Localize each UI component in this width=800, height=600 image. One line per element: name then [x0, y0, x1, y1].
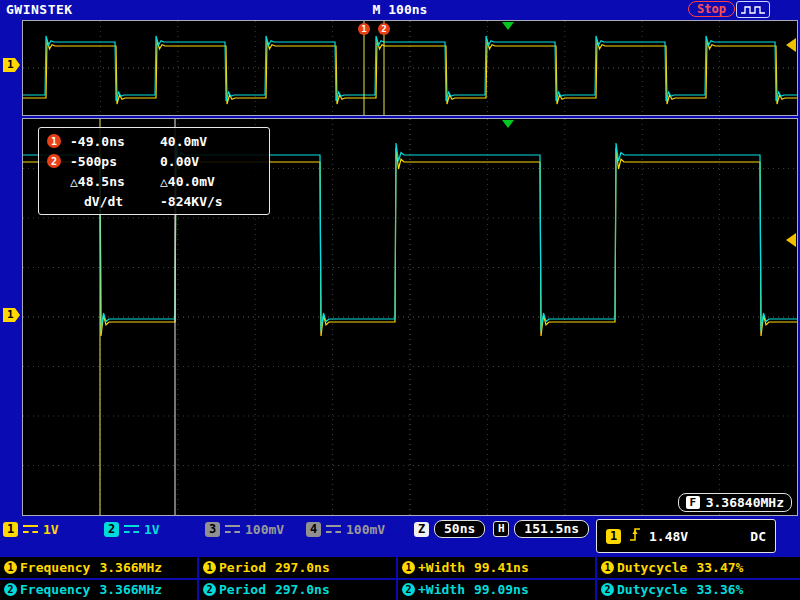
- measurement-value: 3.366MHz: [99, 582, 162, 597]
- ch3-badge: 3: [205, 522, 220, 537]
- cursor1-time: -49.0ns: [70, 134, 160, 149]
- measurement-label: Period: [219, 560, 266, 575]
- ch1-status[interactable]: 1 1V: [0, 522, 101, 537]
- dc-coupling-icon: [23, 524, 38, 534]
- measurement-ch2-pwidth[interactable]: 2 +Width 99.09ns: [398, 580, 595, 600]
- ch3-scale: 100mV: [245, 522, 284, 537]
- cursor2-volt: 0.00V: [160, 154, 199, 169]
- main-timebase-readout: M 100ns: [0, 2, 800, 17]
- cursor1-marker[interactable]: 1: [358, 23, 370, 35]
- trigger-source-badge: 1: [606, 529, 621, 544]
- rising-edge-icon: [629, 526, 641, 546]
- status-bar: 1 1V 2 1V 3 100mV 4 100mV Z 50ns H 151.5…: [0, 519, 596, 539]
- ch2-status[interactable]: 2 1V: [101, 522, 202, 537]
- cursor2-badge: 2: [47, 154, 61, 168]
- acquisition-status-badge: Stop: [688, 1, 735, 17]
- ch1-meas-badge: 1: [4, 561, 17, 574]
- zoom-window-plot: [23, 21, 797, 115]
- measurement-value: 33.47%: [696, 560, 743, 575]
- measurement-ch2-period[interactable]: 2 Period 297.0ns: [199, 580, 396, 600]
- ch1-scale: 1V: [43, 522, 59, 537]
- cursor1-readout: 1 -49.0ns 40.0mV: [39, 131, 269, 151]
- zoom-badge: Z: [414, 522, 429, 537]
- square-wave-icon: [739, 4, 767, 16]
- cursor1-volt: 40.0mV: [160, 134, 207, 149]
- measurement-label: Dutycycle: [617, 582, 687, 597]
- delta-time: △48.5ns: [70, 174, 160, 189]
- dc-coupling-icon: [124, 524, 139, 534]
- measurement-value: 99.09ns: [474, 582, 529, 597]
- cursor1-badge: 1: [47, 134, 61, 148]
- measurement-value: 99.41ns: [474, 560, 529, 575]
- horizontal-value: 151.5ns: [514, 520, 589, 538]
- ch1-meas-badge: 1: [601, 561, 614, 574]
- measurement-label: Period: [219, 582, 266, 597]
- cursor2-time: -500ps: [70, 154, 160, 169]
- trigger-status-box[interactable]: 1 1.48V DC: [596, 519, 776, 553]
- dvdt-label: dV/dt: [70, 194, 160, 209]
- measurement-ch2-dutycycle[interactable]: 2 Dutycycle 33.36%: [597, 580, 800, 600]
- measurement-value: 297.0ns: [275, 560, 330, 575]
- measurement-label: Frequency: [20, 582, 90, 597]
- ch2-meas-badge: 2: [203, 583, 216, 596]
- measurement-label: +Width: [418, 560, 465, 575]
- dvdt-value: -824KV/s: [160, 194, 223, 209]
- run-mode-icon: [736, 1, 770, 18]
- measurements-panel: 1 Frequency 3.366MHz 1 Period 297.0ns 1 …: [0, 557, 800, 600]
- ch2-meas-badge: 2: [4, 583, 17, 596]
- ch2-meas-badge: 2: [601, 583, 614, 596]
- ch2-scale: 1V: [144, 522, 160, 537]
- ch1-ground-marker-main[interactable]: 1: [3, 308, 20, 322]
- horizontal-position[interactable]: H 151.5ns: [493, 520, 589, 538]
- ch2-badge: 2: [104, 522, 119, 537]
- measurement-ch1-period[interactable]: 1 Period 297.0ns: [199, 557, 396, 578]
- top-bar: GWINSTEK M 100ns Stop: [0, 0, 800, 19]
- dc-coupling-icon: [326, 524, 341, 534]
- zoom-overview-window: 1 2: [22, 20, 798, 116]
- measurement-value: 3.366MHz: [99, 560, 162, 575]
- cursor-delta-readout: △48.5ns △40.0mV: [39, 171, 269, 191]
- zoom-timebase[interactable]: Z 50ns: [414, 520, 485, 538]
- cursor2-marker[interactable]: 2: [378, 23, 390, 35]
- measurement-ch2-frequency[interactable]: 2 Frequency 3.366MHz: [0, 580, 197, 600]
- measurement-ch1-frequency[interactable]: 1 Frequency 3.366MHz: [0, 557, 197, 578]
- ch4-badge: 4: [306, 522, 321, 537]
- ch1-badge: 1: [3, 522, 18, 537]
- main-waveform-window: 1 -49.0ns 40.0mV 2 -500ps 0.00V △48.5ns …: [22, 118, 798, 516]
- measurement-label: Dutycycle: [617, 560, 687, 575]
- ch1-meas-badge: 1: [203, 561, 216, 574]
- measurement-label: +Width: [418, 582, 465, 597]
- measurement-value: 297.0ns: [275, 582, 330, 597]
- delta-volt: △40.0mV: [160, 174, 215, 189]
- ch4-status[interactable]: 4 100mV: [303, 522, 404, 537]
- measurement-ch1-dutycycle[interactable]: 1 Dutycycle 33.47%: [597, 557, 800, 578]
- cursor2-readout: 2 -500ps 0.00V: [39, 151, 269, 171]
- zoom-value: 50ns: [434, 520, 485, 538]
- ch2-meas-badge: 2: [402, 583, 415, 596]
- ch1-ground-marker-zoom[interactable]: 1: [3, 58, 20, 72]
- ch1-meas-badge: 1: [402, 561, 415, 574]
- oscilloscope-screen: { "header": { "logo": "GWINSTEK", "timeb…: [0, 0, 800, 600]
- dvdt-readout: dV/dt -824KV/s: [39, 191, 269, 211]
- freq-counter-value: 3.36840MHz: [706, 495, 784, 510]
- horizontal-badge: H: [493, 521, 509, 537]
- measurement-value: 33.36%: [696, 582, 743, 597]
- frequency-counter: F 3.36840MHz: [678, 493, 792, 512]
- cursor-readout-panel: 1 -49.0ns 40.0mV 2 -500ps 0.00V △48.5ns …: [38, 127, 270, 215]
- trigger-level: 1.48V: [649, 529, 688, 544]
- freq-counter-badge: F: [686, 496, 700, 509]
- ch4-scale: 100mV: [346, 522, 385, 537]
- dc-coupling-icon: [225, 524, 240, 534]
- ch3-status[interactable]: 3 100mV: [202, 522, 303, 537]
- measurement-label: Frequency: [20, 560, 90, 575]
- measurement-ch1-pwidth[interactable]: 1 +Width 99.41ns: [398, 557, 595, 578]
- trigger-coupling: DC: [750, 529, 766, 544]
